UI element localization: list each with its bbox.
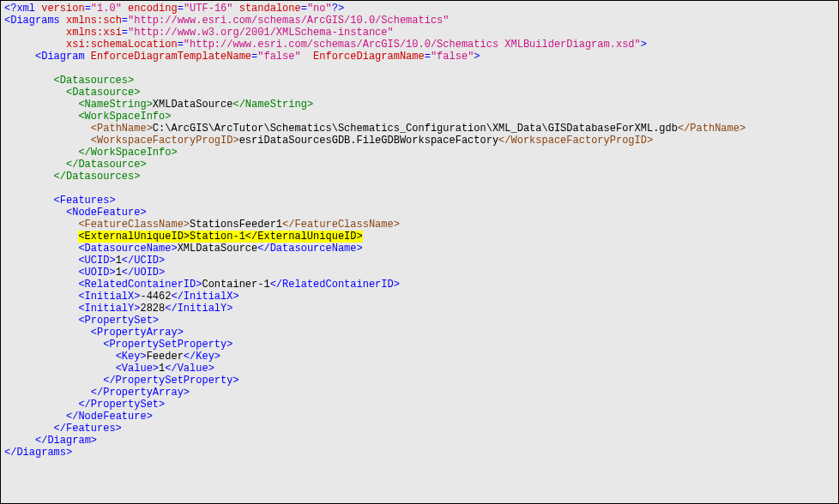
attr-standalone: standalone	[239, 3, 301, 15]
diagrams-close: </Diagrams>	[4, 447, 72, 459]
highlighted-line: <ExternalUniqueID>Station-1</ExternalUni…	[78, 231, 362, 243]
xml-decl-open: <?xml	[4, 3, 35, 15]
attr-version: version	[41, 3, 84, 15]
pathname-value: C:\ArcGIS\ArcTutor\Schematics\Schematics…	[153, 123, 678, 135]
datasources-open: <Datasources>	[54, 75, 135, 87]
features-open: <Features>	[54, 195, 116, 207]
xml-code-block: <?xml version="1.0" encoding="UTF-16" st…	[1, 1, 838, 460]
attr-encoding: encoding	[128, 3, 178, 15]
diagram-open: <Diagram	[35, 51, 85, 63]
nodefeature-open: <NodeFeature>	[66, 207, 147, 219]
diagrams-open: <Diagrams	[4, 15, 60, 27]
datasource-open: <Datasource>	[66, 87, 140, 99]
